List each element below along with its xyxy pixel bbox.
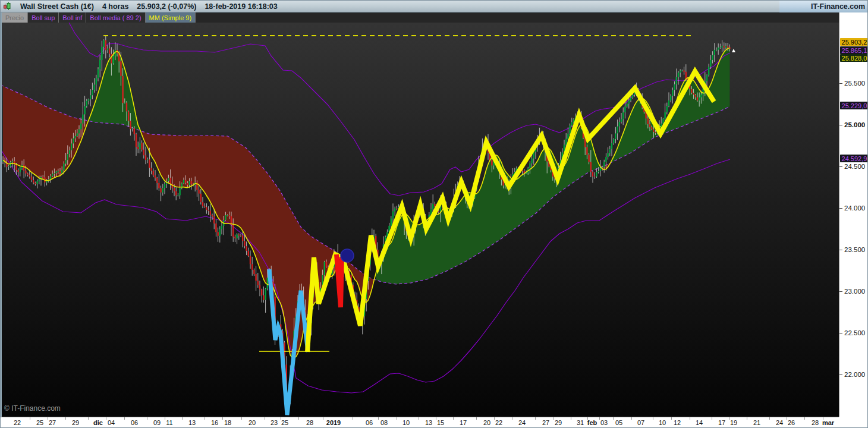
date-tick-label: dic <box>93 419 103 426</box>
toolbar-tab-boll-inf[interactable]: Boll inf <box>59 12 86 23</box>
date-tick-mark <box>419 417 419 420</box>
date-tick-mark <box>476 417 477 420</box>
indicator-toolbar: PrecioBoll supBoll infBoll media ( 89 2)… <box>1 12 839 23</box>
date-tick-label: 31 <box>577 419 584 426</box>
date-tick-label: 22 <box>495 419 502 426</box>
date-tick-label: 26 <box>788 419 795 426</box>
date-tick-label: feb <box>587 419 597 426</box>
date-tick-label: 2019 <box>326 419 341 426</box>
date-tick-label: 03 <box>600 419 608 426</box>
date-tick-label: 13 <box>188 419 196 426</box>
date-tick-mark <box>323 417 323 420</box>
date-axis[interactable]: 22252729dic04060911131618202325282019060… <box>1 417 839 428</box>
instrument-title: Wall Street Cash (1€) <box>20 2 94 11</box>
date-tick-mark <box>599 417 600 420</box>
price-tick-mark <box>839 250 842 250</box>
date-tick-label: 29 <box>555 419 562 426</box>
date-tick-label: mar <box>822 419 834 426</box>
date-tick-label: 06 <box>366 419 373 426</box>
date-tick-label: 24 <box>776 419 783 426</box>
date-tick-mark <box>205 417 205 420</box>
date-tick-label: 18 <box>224 419 231 426</box>
date-tick-mark <box>712 417 712 420</box>
price-tick-mark <box>839 374 842 375</box>
date-tick-label: 28 <box>306 419 313 426</box>
date-tick-mark <box>653 417 653 420</box>
date-tick-mark <box>553 417 554 420</box>
timeframe-label: 4 horas <box>102 2 128 11</box>
date-tick-label: 09 <box>153 419 161 426</box>
date-tick-label: 15 <box>437 419 444 426</box>
date-tick-label: 22 <box>14 419 21 426</box>
date-tick-label: 05 <box>615 419 622 426</box>
price-tick-mark <box>839 166 842 167</box>
date-tick-mark <box>494 417 495 420</box>
date-tick-mark <box>48 417 48 420</box>
axis-marker-boll-inf-value: 24.592,9 <box>840 155 868 162</box>
axis-marker-mm9-value: 25.828,0 <box>840 54 868 62</box>
date-tick-mark <box>436 417 436 420</box>
date-tick-mark <box>671 417 672 420</box>
date-tick-label: 27 <box>542 419 549 426</box>
chart-plot-area[interactable]: © IT-Finance.com <box>1 23 839 417</box>
date-tick-mark <box>222 417 223 420</box>
date-tick-label: 25 <box>281 419 288 426</box>
blue-entry-circle[interactable] <box>341 249 354 262</box>
price-tick-mark <box>839 333 842 333</box>
date-tick-label: 29 <box>72 419 79 426</box>
date-tick-mark <box>353 417 353 420</box>
date-tick-mark <box>88 417 89 420</box>
date-tick-label: 20 <box>249 419 256 426</box>
date-tick-mark <box>65 417 66 420</box>
date-tick-mark <box>378 417 379 420</box>
date-tick-label: 06 <box>131 419 138 426</box>
date-tick-mark <box>631 417 632 420</box>
date-tick-mark <box>571 417 571 420</box>
quote-datetime: 18-feb-2019 16:18:03 <box>205 2 277 11</box>
date-tick-mark <box>804 417 805 420</box>
price-axis[interactable]: 25.50025.00024.50024.00023.50023.00022.5… <box>839 12 868 417</box>
date-tick-mark <box>30 417 30 420</box>
date-tick-label: 04 <box>108 419 115 426</box>
toolbar-tab-boll-sup[interactable]: Boll sup <box>28 12 59 23</box>
date-tick-label: 10 <box>659 419 666 426</box>
axis-marker-boll-sup-value: 25.865,1 <box>840 46 868 54</box>
date-tick-label: 11 <box>166 419 172 426</box>
date-tick-mark <box>453 417 454 420</box>
date-tick-label: 14 <box>696 419 703 426</box>
price-tick-label: 24.000 <box>844 204 865 212</box>
date-tick-label: 25 <box>36 419 43 426</box>
price-tick-label: 23.000 <box>844 288 865 295</box>
itfinance-brand: IT-Finance.com <box>779 1 868 12</box>
date-tick-mark <box>147 417 147 420</box>
date-tick-mark <box>298 417 299 420</box>
date-tick-mark <box>397 417 397 420</box>
axis-marker-boll-media-value: 25.229,0 <box>840 102 868 109</box>
date-tick-mark <box>165 417 165 420</box>
price-tick-label: 22.000 <box>844 371 865 378</box>
date-tick-label: 17 <box>460 419 467 426</box>
date-tick-mark <box>124 417 125 420</box>
date-tick-label: 20 <box>483 419 490 426</box>
toolbar-tab-precio[interactable]: Precio <box>2 12 28 23</box>
date-tick-label: 19 <box>730 419 737 426</box>
date-tick-mark <box>265 417 265 420</box>
price-tick-label: 23.500 <box>844 246 865 253</box>
date-tick-label: 24 <box>518 419 526 426</box>
price-tick-label: 25.500 <box>844 80 865 87</box>
date-tick-mark <box>769 417 770 420</box>
date-tick-label: 13 <box>425 419 432 426</box>
axis-corner <box>839 417 868 428</box>
price-tick-label: 24.500 <box>844 163 865 170</box>
watermark-itfinance: © IT-Finance.com <box>4 404 61 413</box>
toolbar-tab-mm-simple-9[interactable]: MM (Simple 9) <box>146 12 196 23</box>
date-tick-mark <box>690 417 690 420</box>
date-tick-mark <box>241 417 242 420</box>
date-tick-mark <box>787 417 787 420</box>
window-left-edge <box>1 12 2 417</box>
price-tick-label: 25.000 <box>844 121 865 128</box>
price-tick-label: 22.500 <box>844 329 865 336</box>
toolbar-tab-boll-media-89-2[interactable]: Boll media ( 89 2) <box>86 12 145 23</box>
price-tick-mark <box>839 125 842 125</box>
axis-marker-last-price-value: 25.903,2 <box>840 38 868 46</box>
